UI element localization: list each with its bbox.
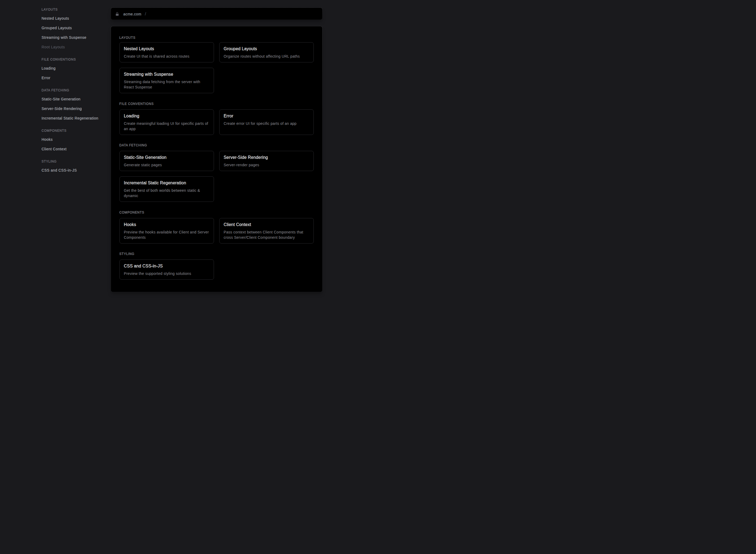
card-incremental-static-regeneration[interactable]: Incremental Static Regeneration Get the … xyxy=(119,176,214,202)
main-column: acme.com / LAYOUTS Nested Layouts Create… xyxy=(111,7,322,277)
content-section-cards: CSS and CSS-in-JS Preview the supported … xyxy=(119,260,314,277)
card-server-side-rendering[interactable]: Server-Side Rendering Server-render page… xyxy=(219,151,314,171)
card-title: CSS and CSS-in-JS xyxy=(124,263,209,269)
sidebar-group-items: Nested LayoutsGrouped LayoutsStreaming w… xyxy=(42,14,111,52)
sidebar-group-layouts: LAYOUTS Nested LayoutsGrouped LayoutsStr… xyxy=(42,7,111,52)
content-section-label: STYLING xyxy=(119,252,314,256)
address-bar-container: acme.com / xyxy=(111,7,322,20)
card-title: Loading xyxy=(124,113,209,119)
sidebar-item-client-context[interactable]: Client Context xyxy=(42,145,111,154)
sidebar-group-label: FILE CONVENTIONS xyxy=(42,57,111,62)
sidebar-item-root-layouts: Root Layouts xyxy=(42,43,111,52)
card-title: Hooks xyxy=(124,221,209,228)
sidebar-group-styling: STYLING CSS and CSS-in-JS xyxy=(42,159,111,175)
card-title: Nested Layouts xyxy=(124,46,209,52)
card-description: Organize routes without affecting URL pa… xyxy=(224,54,309,59)
card-description: Create error UI for specific parts of an… xyxy=(224,121,309,126)
content-section-file-conventions: FILE CONVENTIONS Loading Create meaningf… xyxy=(119,102,314,135)
card-grouped-layouts[interactable]: Grouped Layouts Organize routes without … xyxy=(219,42,314,62)
sidebar-item-css-and-css-in-js[interactable]: CSS and CSS-in-JS xyxy=(42,166,111,175)
card-streaming-with-suspense[interactable]: Streaming with Suspense Streaming data f… xyxy=(119,68,214,93)
content-section-label: COMPONENTS xyxy=(119,210,314,215)
card-title: Grouped Layouts xyxy=(224,46,309,52)
card-title: Incremental Static Regeneration xyxy=(124,180,209,186)
card-title: Static-Site Generation xyxy=(124,154,209,161)
sidebar-group-label: DATA FETCHING xyxy=(42,88,111,93)
lock-icon xyxy=(115,12,119,16)
content-section-components: COMPONENTS Hooks Preview the hooks avail… xyxy=(119,210,314,243)
content-section-layouts: LAYOUTS Nested Layouts Create UI that is… xyxy=(119,36,314,94)
card-error[interactable]: Error Create error UI for specific parts… xyxy=(219,109,314,135)
sidebar-group-label: LAYOUTS xyxy=(42,7,111,12)
sidebar-item-streaming-with-suspense[interactable]: Streaming with Suspense xyxy=(42,33,111,43)
card-css-and-css-in-js[interactable]: CSS and CSS-in-JS Preview the supported … xyxy=(119,260,214,277)
content-panel-container: LAYOUTS Nested Layouts Create UI that is… xyxy=(111,26,322,277)
sidebar-item-hooks[interactable]: Hooks xyxy=(42,135,111,145)
sidebar-group-label: STYLING xyxy=(42,159,111,164)
card-nested-layouts[interactable]: Nested Layouts Create UI that is shared … xyxy=(119,42,214,62)
address-bar[interactable]: acme.com / xyxy=(111,8,322,20)
card-description: Pass context between Client Components t… xyxy=(224,229,309,240)
card-title: Server-Side Rendering xyxy=(224,154,309,161)
sidebar-item-nested-layouts[interactable]: Nested Layouts xyxy=(42,14,111,23)
content-section-cards: Loading Create meaningful loading UI for… xyxy=(119,109,314,135)
address-domain: acme.com xyxy=(122,12,142,16)
sidebar-item-grouped-layouts[interactable]: Grouped Layouts xyxy=(42,23,111,33)
card-hooks[interactable]: Hooks Preview the hooks available for Cl… xyxy=(119,218,214,243)
card-loading[interactable]: Loading Create meaningful loading UI for… xyxy=(119,109,214,135)
card-description: Preview the supported styling solutions xyxy=(124,271,209,276)
sidebar-nav: LAYOUTS Nested LayoutsGrouped LayoutsStr… xyxy=(42,7,111,175)
sidebar-group-data-fetching: DATA FETCHING Static-Site GenerationServ… xyxy=(42,88,111,123)
card-title: Streaming with Suspense xyxy=(124,71,209,77)
content-section-label: FILE CONVENTIONS xyxy=(119,102,314,106)
content-section-styling: STYLING CSS and CSS-in-JS Preview the su… xyxy=(119,252,314,277)
content-section-label: DATA FETCHING xyxy=(119,143,314,148)
card-client-context[interactable]: Client Context Pass context between Clie… xyxy=(219,218,314,243)
sidebar-group-items: LoadingError xyxy=(42,64,111,83)
content-section-label: LAYOUTS xyxy=(119,36,314,40)
card-static-site-generation[interactable]: Static-Site Generation Generate static p… xyxy=(119,151,214,171)
sidebar-group-items: Static-Site GenerationServer-Side Render… xyxy=(42,95,111,123)
content-section-cards: Nested Layouts Create UI that is shared … xyxy=(119,42,314,93)
sidebar-group-items: HooksClient Context xyxy=(42,135,111,154)
card-description: Create meaningful loading UI for specifi… xyxy=(124,121,209,131)
card-title: Client Context xyxy=(224,221,309,228)
card-description: Generate static pages xyxy=(124,162,209,168)
content-section-cards: Hooks Preview the hooks available for Cl… xyxy=(119,218,314,243)
sidebar-item-loading[interactable]: Loading xyxy=(42,64,111,73)
card-description: Preview the hooks available for Client a… xyxy=(124,229,209,240)
sidebar-group-items: CSS and CSS-in-JS xyxy=(42,166,111,175)
address-path-separator: / xyxy=(145,11,146,16)
content-panel: LAYOUTS Nested Layouts Create UI that is… xyxy=(111,26,322,277)
sidebar-group-label: COMPONENTS xyxy=(42,128,111,133)
sidebar-item-error[interactable]: Error xyxy=(42,73,111,83)
card-description: Get the best of both worlds between stat… xyxy=(124,188,209,199)
content-section-data-fetching: DATA FETCHING Static-Site Generation Gen… xyxy=(119,143,314,202)
content-section-cards: Static-Site Generation Generate static p… xyxy=(119,151,314,202)
card-description: Streaming data fetching from the server … xyxy=(124,79,209,90)
card-title: Error xyxy=(224,113,309,119)
sidebar-group-components: COMPONENTS HooksClient Context xyxy=(42,128,111,154)
sidebar-item-incremental-static-regeneration[interactable]: Incremental Static Regeneration xyxy=(42,114,111,123)
sidebar: LAYOUTS Nested LayoutsGrouped LayoutsStr… xyxy=(0,0,111,175)
card-description: Server-render pages xyxy=(224,162,309,168)
sidebar-item-server-side-rendering[interactable]: Server-Side Rendering xyxy=(42,104,111,114)
sidebar-item-static-site-generation[interactable]: Static-Site Generation xyxy=(42,95,111,104)
card-description: Create UI that is shared across routes xyxy=(124,54,209,59)
sidebar-group-file-conventions: FILE CONVENTIONS LoadingError xyxy=(42,57,111,83)
